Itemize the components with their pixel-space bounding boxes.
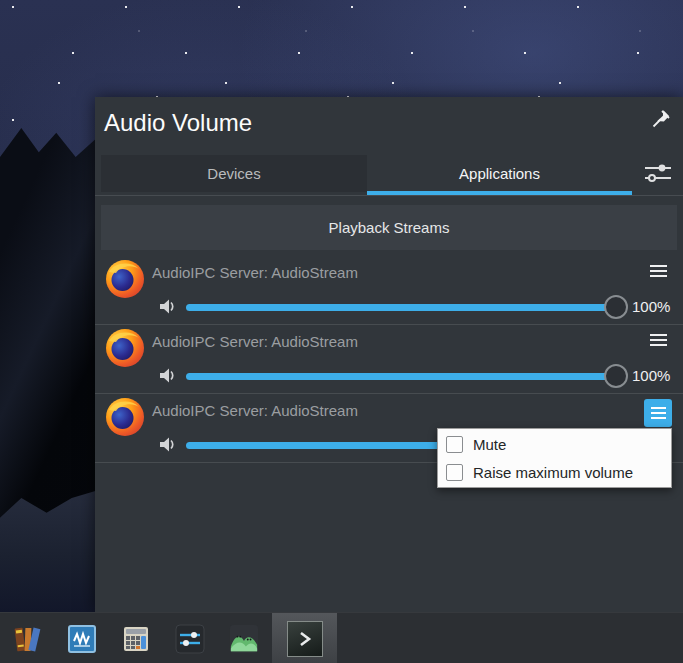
raise-max-volume-checkbox[interactable] [446,464,463,481]
taskbar: us [0,612,683,663]
tab-separator [95,195,683,196]
stream-row: AudioIPC Server: AudioStream 100% [95,252,683,321]
playback-streams-header: Playback Streams [101,205,677,250]
audio-mixer-icon [175,624,205,654]
calibre-books-icon [13,624,43,654]
configure-audio-button[interactable] [641,157,675,189]
tab-devices[interactable]: Devices [101,155,367,192]
speaker-icon [159,298,177,315]
hamburger-icon [650,334,667,336]
calculator-icon [122,625,150,653]
tab-devices-label: Devices [207,165,260,182]
popup-title: Audio Volume [104,109,252,137]
menu-item-mute[interactable]: Mute [438,430,671,458]
playback-streams-label: Playback Streams [329,219,450,236]
volume-percent: 100% [632,367,678,384]
volume-percent: 100% [632,298,678,315]
stream-context-menu: Mute Raise maximum volume [437,428,672,488]
tab-applications[interactable]: Applications [367,155,632,192]
launcher-landscape-app[interactable] [229,624,259,654]
launcher-calibre[interactable] [13,624,43,654]
launcher-calculator[interactable] [121,624,151,654]
pin-icon[interactable] [651,109,671,129]
stream-menu-button[interactable] [650,334,667,347]
stream-name: AudioIPC Server: AudioStream [152,264,358,281]
firefox-icon [105,259,145,299]
mute-label: Mute [473,436,506,453]
volume-slider[interactable] [186,373,627,380]
terminal-icon [287,621,323,657]
volume-slider-handle[interactable] [604,364,628,388]
volume-slider[interactable] [186,304,627,311]
hamburger-icon [650,265,667,267]
landscape-icon [229,623,259,655]
firefox-icon [105,397,145,437]
stream-row: AudioIPC Server: AudioStream 100% [95,321,683,390]
tab-applications-label: Applications [459,165,540,182]
stream-menu-button-active[interactable] [644,399,672,427]
wave-icon [68,625,96,653]
speaker-icon [159,367,177,384]
menu-item-raise-max-volume[interactable]: Raise maximum volume [438,458,671,486]
sliders-icon [644,161,672,185]
mute-checkbox[interactable] [446,436,463,453]
raise-max-volume-label: Raise maximum volume [473,464,633,481]
stream-name: AudioIPC Server: AudioStream [152,333,358,350]
stream-menu-button[interactable] [650,265,667,278]
launcher-wave-app[interactable] [67,624,97,654]
volume-slider-handle[interactable] [604,295,628,319]
hamburger-icon [651,407,666,409]
launcher-audio-mixer[interactable] [175,624,205,654]
task-terminal-active[interactable] [272,613,337,663]
firefox-icon [105,328,145,368]
audio-volume-popup: Audio Volume Devices Applications [95,97,683,612]
speaker-icon [159,436,177,453]
stream-name: AudioIPC Server: AudioStream [152,402,358,419]
